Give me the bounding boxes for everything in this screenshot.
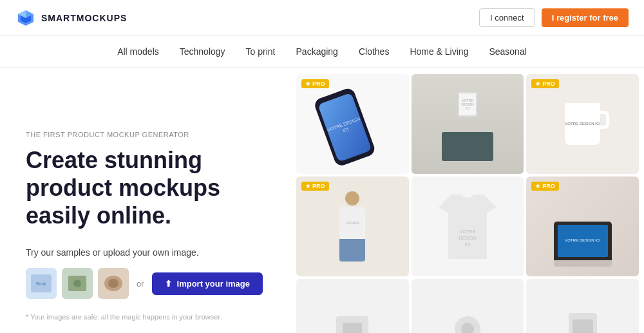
svg-text:DESIGN: DESIGN [459,236,477,240]
pro-badge-person: PRO [301,182,329,191]
import-button[interactable]: ⬆ Import your image [152,272,263,295]
header-actions: I connect I register for free [479,8,629,27]
mockup-grid-panel: PRO VOTRE DESIGN ICI VOTRE DESIGN ICI [296,68,644,333]
wall-frame: VOTRE DESIGN ICI [458,92,477,117]
nav-all-models[interactable]: All models [117,45,159,58]
person-figure: DESIGN [339,191,365,262]
laptop-scene: VOTRE DESIGN ICI [526,176,639,276]
sample-thumb-1[interactable]: Book [26,268,57,299]
nav-packaging[interactable]: Packaging [296,45,338,58]
svg-text:Book: Book [36,281,46,286]
mockup-card-mug[interactable]: PRO VOTRE DESIGN ICI [526,74,639,174]
mockup-card-empty-1[interactable] [296,279,409,333]
main-nav: All models Technology To print Packaging… [0,36,644,68]
frame-design-text: VOTRE DESIGN ICI [459,99,476,110]
empty-card-2-icon [448,310,487,334]
login-button[interactable]: I connect [479,8,535,27]
sample-images-row: Book or ⬆ Import your image [26,268,276,299]
shirt-svg: VOTRE DESIGN ICI [439,195,497,259]
person-head [345,191,359,205]
hero-headline: Create stunning product mockups easily o… [26,146,276,230]
nav-technology[interactable]: Technology [180,45,225,58]
nav-home-living[interactable]: Home & Living [410,45,468,58]
mockup-card-laptop[interactable]: PRO VOTRE DESIGN ICI [526,176,639,276]
main-content: THE FIRST PRODUCT MOCKUP GENERATOR Creat… [0,68,644,333]
mockup-card-person[interactable]: PRO DESIGN [296,176,409,276]
pro-badge-mug: PRO [531,79,559,88]
pro-badge-phone: PRO [301,79,329,88]
hero-subtext: Try our samples or upload your own image… [26,247,276,258]
logo-icon [15,8,36,28]
mockup-grid: PRO VOTRE DESIGN ICI VOTRE DESIGN ICI [296,74,639,333]
mug-scene: VOTRE DESIGN ICI [526,74,639,174]
logo-area: SMARTMOCKUPS [15,8,127,28]
laptop-design-text: VOTRE DESIGN ICI [565,238,600,243]
import-button-label: Import your image [177,279,250,289]
hero-tagline: THE FIRST PRODUCT MOCKUP GENERATOR [26,131,276,138]
svg-rect-18 [573,319,593,334]
sample-image-2-icon [64,271,90,296]
laptop-screen-body: VOTRE DESIGN ICI [554,222,612,260]
laptop-wrap: VOTRE DESIGN ICI [554,222,612,270]
register-button[interactable]: I register for free [542,8,629,27]
sample-image-3-icon [100,271,126,296]
svg-text:ICI: ICI [465,242,471,247]
hero-panel: THE FIRST PRODUCT MOCKUP GENERATOR Creat… [0,68,296,333]
nav-seasonal[interactable]: Seasonal [489,45,526,58]
empty-card-1-icon [333,310,372,334]
svg-point-7 [73,280,81,287]
logo-text: SMARTMOCKUPS [41,13,127,23]
laptop-base [554,260,612,267]
mockup-card-phone[interactable]: PRO VOTRE DESIGN ICI [296,74,409,174]
shirt-design-text: DESIGN [346,221,359,225]
safety-note: * Your images are safe: all the magic ha… [26,313,276,321]
empty-card-3-icon [564,310,602,334]
mockup-card-empty-3[interactable] [526,279,639,333]
phone-mockup: VOTRE DESIGN ICI [313,81,392,167]
person-legs [339,239,365,262]
mockup-card-shirt[interactable]: VOTRE DESIGN ICI [412,176,524,276]
nav-to-print[interactable]: To print [246,45,276,58]
mockup-card-interior[interactable]: VOTRE DESIGN ICI [412,74,524,174]
furniture [442,132,493,161]
shirt-scene: VOTRE DESIGN ICI [412,176,524,276]
laptop-screen-display: VOTRE DESIGN ICI [558,225,608,257]
import-icon: ⬆ [165,279,172,289]
svg-text:VOTRE: VOTRE [460,229,475,234]
person-torso: DESIGN [339,207,365,239]
nav-clothes[interactable]: Clothes [359,45,389,58]
mockup-card-empty-2[interactable] [412,279,524,333]
pro-badge-laptop: PRO [531,182,559,191]
mug-handle [600,111,609,129]
mug-body: VOTRE DESIGN ICI [565,103,600,145]
phone-body: VOTRE DESIGN ICI [313,86,377,167]
phone-screen: VOTRE DESIGN ICI [317,92,372,162]
header: SMARTMOCKUPS I connect I register for fr… [0,0,644,36]
sample-image-1-icon: Book [28,271,54,296]
mug-design-text: VOTRE DESIGN ICI [565,122,600,127]
svg-point-9 [108,279,118,288]
person-scene: DESIGN [296,176,409,276]
sample-thumb-2[interactable] [62,268,93,299]
sample-thumb-3[interactable] [98,268,129,299]
svg-rect-14 [343,323,362,334]
interior-scene: VOTRE DESIGN ICI [412,74,524,174]
or-divider: or [137,279,144,289]
phone-screen-design: VOTRE DESIGN ICI [327,115,364,138]
